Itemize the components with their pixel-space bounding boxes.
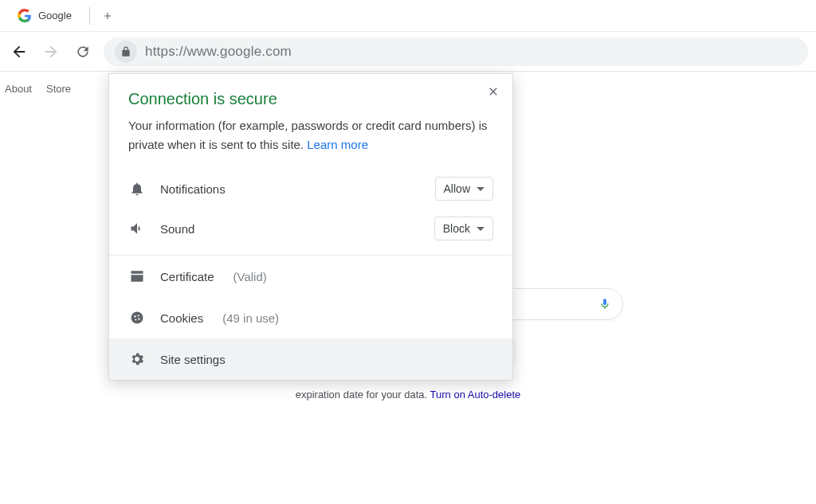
site-info-button[interactable]	[115, 41, 137, 63]
browser-tab[interactable]: Google	[6, 3, 83, 29]
cookies-label: Cookies	[160, 311, 203, 325]
chevron-down-icon	[477, 187, 484, 191]
chevron-down-icon	[477, 227, 484, 231]
top-nav: About Store	[5, 83, 71, 95]
reload-button[interactable]	[72, 41, 94, 63]
cookies-count: (49 in use)	[222, 311, 279, 325]
certificate-row[interactable]: Certificate (Valid)	[109, 256, 512, 297]
certificate-label: Certificate	[160, 270, 214, 283]
popup-description: Your information (for example, passwords…	[109, 116, 512, 169]
site-info-popup: Connection is secure Your information (f…	[108, 73, 513, 381]
speaker-icon	[128, 221, 146, 236]
sound-select[interactable]: Block	[434, 217, 493, 240]
promo-link[interactable]: Turn on Auto-delete	[430, 389, 521, 400]
gear-icon	[128, 351, 146, 367]
svg-point-4	[138, 318, 139, 320]
cookie-icon	[128, 310, 146, 326]
svg-point-0	[131, 312, 143, 324]
notifications-select[interactable]: Allow	[435, 177, 493, 201]
nav-store[interactable]: Store	[46, 83, 71, 95]
promo-line: expiration date for your data. Turn on A…	[296, 389, 521, 400]
sound-value: Block	[443, 222, 470, 235]
cookies-row[interactable]: Cookies (49 in use)	[109, 297, 512, 338]
popup-title: Connection is secure	[109, 74, 512, 116]
url-text: https://www.google.com	[145, 44, 292, 60]
tab-strip: Google	[0, 0, 816, 32]
notifications-label: Notifications	[160, 182, 421, 196]
google-favicon-icon	[18, 9, 32, 23]
permission-sound: Sound Block	[109, 209, 512, 248]
lock-icon	[120, 46, 131, 57]
site-settings-label: Site settings	[160, 353, 226, 366]
back-button[interactable]	[8, 41, 30, 63]
tab-title: Google	[38, 10, 72, 21]
new-tab-button[interactable]	[96, 5, 119, 27]
tab-divider	[89, 7, 90, 25]
certificate-icon	[128, 268, 146, 284]
svg-point-3	[135, 319, 136, 321]
sound-label: Sound	[160, 222, 420, 236]
mic-icon[interactable]	[598, 295, 611, 313]
address-bar[interactable]: https://www.google.com	[104, 37, 808, 66]
notifications-value: Allow	[444, 182, 470, 195]
nav-about[interactable]: About	[5, 83, 32, 95]
svg-point-2	[138, 315, 139, 317]
close-icon	[487, 85, 500, 98]
promo-tail: expiration date for your data.	[296, 389, 430, 400]
certificate-status: (Valid)	[233, 270, 267, 283]
site-settings-row[interactable]: Site settings	[109, 338, 512, 380]
learn-more-link[interactable]: Learn more	[307, 138, 368, 151]
toolbar: https://www.google.com	[0, 32, 816, 72]
permission-notifications: Notifications Allow	[109, 169, 512, 209]
forward-button[interactable]	[40, 41, 62, 63]
bell-icon	[128, 181, 146, 197]
close-button[interactable]	[482, 80, 504, 103]
svg-point-1	[134, 315, 135, 317]
